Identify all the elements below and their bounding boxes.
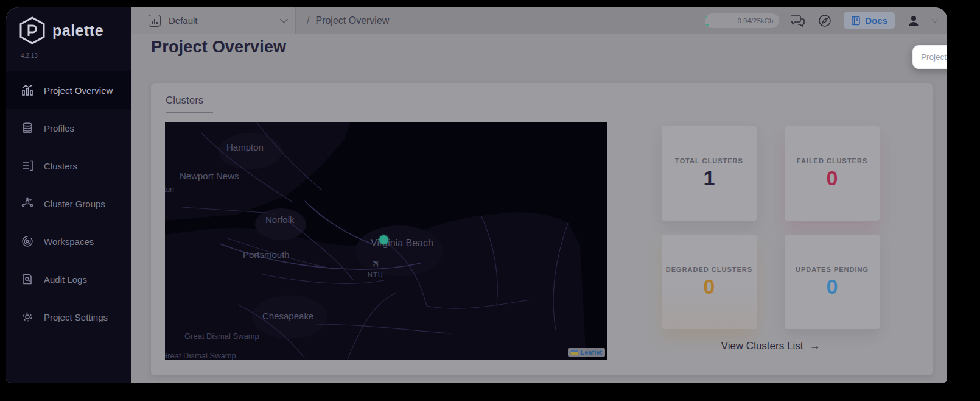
page-title: Project Overview (151, 38, 286, 57)
stat-value: 0 (704, 275, 715, 298)
stat-label: DEGRADED CLUSTERS (666, 266, 752, 273)
clusters-map[interactable]: Hampton Newport News llton Norfolk Virgi… (165, 122, 607, 360)
app-name: palette (52, 22, 103, 40)
clusters-card: Clusters (151, 83, 933, 375)
mini-chart-icon (149, 15, 161, 27)
sidebar-item-project-settings[interactable]: Project Settings (6, 298, 131, 336)
sidebar-item-cluster-groups[interactable]: Cluster Groups (6, 185, 131, 222)
content-area: Clusters (131, 76, 947, 383)
sidebar-item-label: Cluster Groups (44, 199, 105, 209)
sidebar-item-label: Profiles (44, 123, 74, 133)
project-selector-value: Default (169, 15, 273, 26)
view-clusters-list-label: View Clusters List (721, 340, 803, 352)
account-chevron-down-icon[interactable] (931, 16, 938, 23)
sidebar-item-workspaces[interactable]: Workspaces (6, 222, 131, 260)
audit-doc-icon (21, 272, 34, 286)
cluster-map-marker[interactable] (379, 235, 388, 244)
map-attribution: Leaflet (568, 348, 605, 357)
airport-code-label: NTU (368, 271, 383, 279)
arrow-right-icon: → (809, 339, 820, 352)
breadcrumb: / Project Overview (307, 7, 389, 34)
user-avatar-icon[interactable] (906, 13, 922, 29)
sidebar-item-label: Project Overview (44, 85, 113, 96)
gear-icon (21, 310, 34, 324)
sidebar-nav: Project Overview Profiles (6, 71, 131, 336)
cluster-list-icon (21, 159, 34, 172)
sidebar-item-profiles[interactable]: Profiles (6, 109, 131, 147)
breadcrumb-project-overview[interactable]: Project Overview (315, 15, 389, 26)
ukraine-flag-icon (571, 350, 578, 355)
stat-tile-degraded-clusters: DEGRADED CLUSTERS 0 (662, 235, 757, 329)
stat-tile-total-clusters: TOTAL CLUSTERS 1 (662, 126, 757, 221)
usage-meter[interactable]: 0.94/25kCh (705, 13, 779, 28)
usage-value: 0.94/25kCh (737, 17, 773, 24)
leaflet-link[interactable]: Leaflet (581, 349, 602, 356)
stat-tile-failed-clusters: FAILED CLUSTERS 0 (785, 126, 880, 221)
topbar-actions: 0.94/25kCh (705, 7, 937, 34)
compass-help-icon[interactable] (817, 13, 833, 29)
version-label: 4.2.13 (21, 52, 38, 59)
view-clusters-list-link[interactable]: View Clusters List → (721, 339, 821, 352)
network-nodes-icon (21, 197, 34, 210)
view-clusters-wrap: View Clusters List → (662, 339, 880, 352)
chevron-down-icon (280, 15, 288, 23)
stat-label: UPDATES PENDING (796, 266, 869, 273)
sidebar-item-label: Audit Logs (44, 274, 87, 285)
stat-tile-updates-pending: UPDATES PENDING 0 (785, 235, 880, 329)
sidebar-item-audit-logs[interactable]: Audit Logs (6, 260, 131, 298)
logo[interactable]: palette (18, 16, 103, 45)
sidebar: palette 4.2.13 Project Overview (6, 7, 131, 383)
sidebar-item-clusters[interactable]: Clusters (6, 147, 131, 185)
main-area: Default / Project Overview 0.94/25kCh (131, 7, 947, 383)
docs-button[interactable]: Docs (844, 12, 895, 29)
chat-icon[interactable] (790, 13, 806, 29)
concentric-circles-icon (21, 235, 34, 248)
sidebar-item-label: Project Settings (44, 312, 108, 322)
project-id-text: Project ID: 6439ebca90befdd8234c08ae (921, 52, 947, 62)
palette-logo-icon (18, 16, 46, 45)
database-icon (21, 121, 34, 135)
stat-value: 1 (704, 167, 715, 190)
stat-value: 0 (827, 167, 838, 190)
app-window: palette 4.2.13 Project Overview (6, 7, 947, 383)
sidebar-item-label: Clusters (44, 161, 77, 171)
project-selector-dropdown[interactable]: Default (131, 7, 296, 34)
bar-chart-icon (21, 83, 34, 97)
sidebar-item-project-overview[interactable]: Project Overview (6, 71, 131, 109)
clusters-section-title: Clusters (166, 94, 213, 113)
docs-label: Docs (865, 15, 887, 26)
stat-label: FAILED CLUSTERS (797, 157, 867, 165)
sidebar-item-label: Workspaces (44, 236, 94, 247)
usage-progress-ring (705, 13, 715, 28)
breadcrumb-separator: / (307, 15, 309, 26)
top-bar: Default / Project Overview 0.94/25kCh (131, 7, 947, 34)
cluster-stats-grid: TOTAL CLUSTERS 1 FAILED CLUSTERS 0 DEGRA… (662, 126, 880, 329)
stat-value: 0 (827, 275, 838, 298)
book-icon (851, 16, 861, 26)
stat-label: TOTAL CLUSTERS (675, 157, 743, 165)
project-id-tooltip: Project ID: 6439ebca90befdd8234c08ae (912, 45, 947, 69)
